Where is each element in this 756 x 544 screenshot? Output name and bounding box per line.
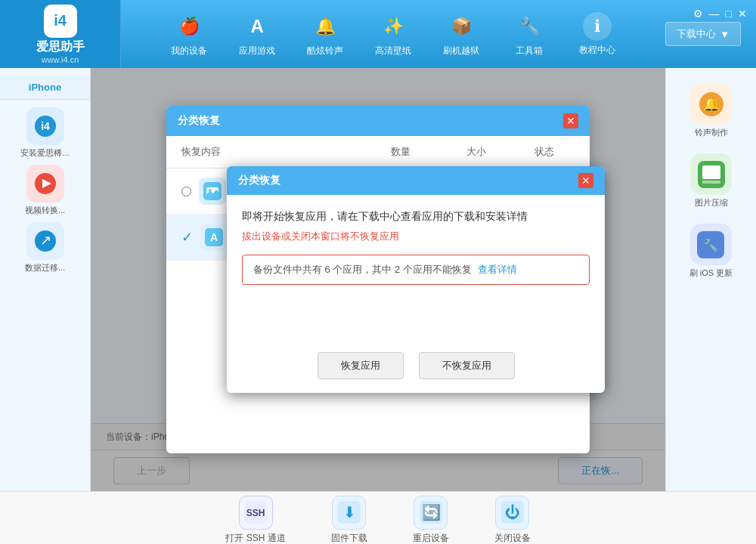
ssh-button[interactable]: SSH 打开 SSH 通道 bbox=[225, 496, 285, 545]
svg-text:i4: i4 bbox=[41, 120, 50, 132]
right-sidebar: 🔔 铃声制作 图片压缩 🔧 刷 iOS 更新 bbox=[665, 68, 756, 491]
right-app-ios-update[interactable]: 🔧 刷 iOS 更新 bbox=[689, 224, 733, 279]
svg-rect-14 bbox=[702, 165, 720, 179]
download-center-button[interactable]: 下载中心 ▼ bbox=[665, 22, 741, 46]
sidebar-tab-iphone[interactable]: iPhone bbox=[0, 76, 90, 100]
nav-wallpaper[interactable]: ✨ 高清壁纸 bbox=[363, 8, 423, 61]
shutdown-label: 关闭设备 bbox=[494, 532, 531, 545]
right-app-compress[interactable]: 图片压缩 bbox=[690, 153, 732, 209]
ringtone-app-icon: 🔔 bbox=[690, 83, 732, 125]
inner-info-box: 备份文件中共有 6 个应用，其中 2 个应用不能恢复 查看详情 bbox=[242, 255, 590, 285]
inner-modal-body: 即将开始恢复应用，请在下载中心查看应用的下载和安装详情 拔出设备或关闭本窗口将不… bbox=[227, 195, 605, 352]
firmware-icon: ⬇ bbox=[332, 496, 366, 530]
nav-tutorial[interactable]: ℹ 教程中心 bbox=[567, 8, 627, 60]
ringtone-app-label: 铃声制作 bbox=[695, 127, 728, 138]
main-layout: iPhone i4 安装爱思稀... 视频转换... ↗ bbox=[0, 68, 756, 491]
reboot-icon: 🔄 bbox=[414, 496, 448, 530]
download-icon: ▼ bbox=[720, 29, 730, 40]
apps-icon: A bbox=[200, 224, 228, 251]
ios-update-label: 刷 iOS 更新 bbox=[689, 267, 733, 279]
jailbreak-icon: 📦 bbox=[446, 11, 476, 42]
inner-message-2: 拔出设备或关闭本窗口将不恢复应用 bbox=[242, 230, 590, 243]
radio-photos[interactable] bbox=[181, 187, 191, 196]
sidebar-app-install[interactable]: i4 安装爱思稀... bbox=[11, 107, 79, 159]
shutdown-button[interactable]: ⏻ 关闭设备 bbox=[494, 496, 531, 545]
ios-update-icon: 🔧 bbox=[690, 224, 732, 265]
my-device-icon: 🍎 bbox=[174, 11, 204, 42]
app-name: 爱思助手 bbox=[36, 39, 85, 55]
content-area: 当前设备：iPhone | iPhone10,2 ~ iOS 11.2 | 64… bbox=[91, 68, 665, 491]
toolbox-icon: 🔧 bbox=[514, 11, 544, 42]
data-app-label: 数据迁移... bbox=[25, 262, 65, 274]
left-sidebar: iPhone i4 安装爱思稀... 视频转换... ↗ bbox=[0, 68, 91, 491]
close-icon[interactable]: ✕ bbox=[738, 8, 747, 20]
checkbox-apps[interactable]: ✓ bbox=[181, 229, 193, 246]
nav-label-wallpaper: 高清壁纸 bbox=[375, 45, 411, 57]
inner-modal: 分类恢复 ✕ 即将开始恢复应用，请在下载中心查看应用的下载和安装详情 拔出设备或… bbox=[227, 166, 605, 393]
svg-text:🔧: 🔧 bbox=[703, 238, 718, 252]
firmware-label: 固件下载 bbox=[331, 532, 367, 545]
main-nav: 🍎 我的设备 A 应用游戏 🔔 酷炫铃声 ✨ 高清壁纸 📦 刷机越狱 🔧 工 bbox=[121, 8, 665, 61]
settings-icon[interactable]: ⚙ bbox=[693, 8, 703, 20]
app-url: www.i4.cn bbox=[42, 55, 79, 64]
minimize-icon[interactable]: — bbox=[709, 8, 720, 20]
sidebar-app-data[interactable]: ↗ 数据迁移... bbox=[11, 222, 79, 274]
reboot-label: 重启设备 bbox=[413, 532, 449, 545]
ringtone-icon: 🔔 bbox=[310, 11, 340, 42]
sidebar-app-video[interactable]: 视频转换... bbox=[11, 165, 79, 216]
firmware-button[interactable]: ⬇ 固件下载 bbox=[331, 496, 367, 545]
nav-label-toolbox: 工具箱 bbox=[516, 45, 543, 57]
outer-modal-header: 分类恢复 ✕ bbox=[166, 106, 590, 136]
app-games-icon: A bbox=[242, 11, 272, 42]
cancel-restore-button[interactable]: 不恢复应用 bbox=[419, 352, 515, 379]
window-controls: ⚙ — □ ✕ bbox=[693, 8, 747, 20]
nav-ringtone[interactable]: 🔔 酷炫铃声 bbox=[295, 8, 355, 61]
logo-area: i4 爱思助手 www.i4.cn bbox=[0, 0, 121, 68]
install-app-icon: i4 bbox=[26, 107, 64, 145]
bottom-tools-bar: SSH 打开 SSH 通道 ⬇ 固件下载 🔄 重启设备 ⏻ 关闭设备 bbox=[0, 491, 756, 544]
confirm-restore-button[interactable]: 恢复应用 bbox=[318, 352, 404, 379]
compress-app-label: 图片压缩 bbox=[695, 197, 728, 209]
outer-modal-close[interactable]: ✕ bbox=[563, 113, 578, 128]
ssh-label: 打开 SSH 通道 bbox=[225, 532, 285, 545]
svg-text:A: A bbox=[210, 231, 218, 243]
table-header: 恢复内容 数量 大小 状态 bbox=[166, 136, 590, 168]
nav-toolbox[interactable]: 🔧 工具箱 bbox=[499, 8, 559, 61]
nav-app-games[interactable]: A 应用游戏 bbox=[227, 8, 287, 61]
nav-label-jailbreak: 刷机越狱 bbox=[443, 45, 479, 57]
nav-label-device: 我的设备 bbox=[171, 45, 207, 57]
topbar: i4 爱思助手 www.i4.cn 🍎 我的设备 A 应用游戏 🔔 酷炫铃声 ✨… bbox=[0, 0, 756, 68]
svg-text:⬇: ⬇ bbox=[342, 504, 355, 521]
video-app-icon bbox=[26, 165, 64, 202]
nav-label-ringtone: 酷炫铃声 bbox=[307, 45, 343, 57]
shutdown-icon: ⏻ bbox=[495, 496, 529, 530]
photos-icon bbox=[199, 178, 226, 205]
svg-text:⏻: ⏻ bbox=[505, 504, 520, 521]
maximize-icon[interactable]: □ bbox=[726, 8, 732, 20]
col-count: 数量 bbox=[363, 145, 438, 159]
svg-rect-15 bbox=[702, 181, 720, 184]
view-details-link[interactable]: 查看详情 bbox=[478, 263, 517, 277]
nav-my-device[interactable]: 🍎 我的设备 bbox=[159, 8, 219, 61]
svg-text:↗: ↗ bbox=[39, 233, 51, 248]
outer-modal-title: 分类恢复 bbox=[178, 114, 563, 128]
nav-jailbreak[interactable]: 📦 刷机越狱 bbox=[431, 8, 491, 61]
topbar-right: 下载中心 ▼ bbox=[665, 22, 756, 46]
inner-modal-header: 分类恢复 ✕ bbox=[227, 166, 605, 195]
col-content: 恢复内容 bbox=[181, 145, 363, 159]
right-app-ringtone[interactable]: 🔔 铃声制作 bbox=[690, 83, 732, 138]
inner-modal-title: 分类恢复 bbox=[238, 174, 578, 187]
nav-label-tutorial: 教程中心 bbox=[579, 44, 615, 57]
download-label: 下载中心 bbox=[677, 27, 716, 41]
ssh-icon: SSH bbox=[239, 496, 273, 530]
compress-app-icon bbox=[690, 153, 732, 195]
svg-text:SSH: SSH bbox=[246, 508, 265, 518]
inner-modal-close[interactable]: ✕ bbox=[578, 173, 593, 188]
reboot-button[interactable]: 🔄 重启设备 bbox=[413, 496, 449, 545]
inner-modal-footer: 恢复应用 不恢复应用 bbox=[227, 352, 605, 393]
inner-info-text: 备份文件中共有 6 个应用，其中 2 个应用不能恢复 bbox=[253, 263, 472, 277]
col-status: 状态 bbox=[514, 145, 575, 159]
svg-text:🔄: 🔄 bbox=[421, 503, 440, 521]
tutorial-icon: ℹ bbox=[583, 12, 612, 41]
video-app-label: 视频转换... bbox=[25, 205, 65, 216]
